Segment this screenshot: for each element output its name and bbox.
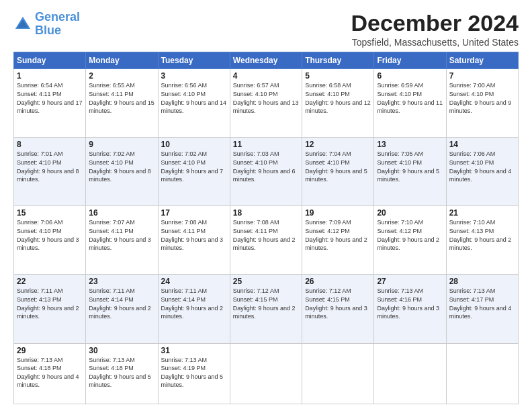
day-info: Sunrise: 6:55 AMSunset: 4:11 PMDaylight:… <box>89 82 154 114</box>
day-number: 24 <box>161 277 227 286</box>
calendar-cell: 17 Sunrise: 7:08 AMSunset: 4:11 PMDaylig… <box>158 206 230 275</box>
calendar-cell: 3 Sunrise: 6:56 AMSunset: 4:10 PMDayligh… <box>158 69 230 138</box>
calendar-cell <box>302 343 374 404</box>
day-number: 20 <box>377 208 443 218</box>
day-number: 16 <box>89 208 154 218</box>
day-number: 31 <box>161 346 227 355</box>
day-info: Sunrise: 7:11 AMSunset: 4:13 PMDaylight:… <box>17 287 79 320</box>
calendar-cell: 24 Sunrise: 7:11 AMSunset: 4:14 PMDaylig… <box>158 275 230 343</box>
day-number: 1 <box>17 71 83 81</box>
calendar-cell: 9 Sunrise: 7:02 AMSunset: 4:10 PMDayligh… <box>86 138 158 206</box>
logo-text: General Blue <box>35 11 80 38</box>
day-info: Sunrise: 7:11 AMSunset: 4:14 PMDaylight:… <box>161 287 224 320</box>
calendar-cell: 1 Sunrise: 6:54 AMSunset: 4:11 PMDayligh… <box>14 69 86 138</box>
day-info: Sunrise: 7:04 AMSunset: 4:10 PMDaylight:… <box>305 150 367 183</box>
calendar-cell: 13 Sunrise: 7:05 AMSunset: 4:10 PMDaylig… <box>374 138 446 206</box>
day-info: Sunrise: 7:12 AMSunset: 4:15 PMDaylight:… <box>305 287 367 320</box>
day-info: Sunrise: 7:11 AMSunset: 4:14 PMDaylight:… <box>89 287 151 320</box>
day-info: Sunrise: 7:13 AMSunset: 4:19 PMDaylight:… <box>161 357 224 389</box>
col-header-thursday: Thursday <box>302 52 374 69</box>
calendar-cell: 26 Sunrise: 7:12 AMSunset: 4:15 PMDaylig… <box>302 275 374 343</box>
calendar-cell: 30 Sunrise: 7:13 AMSunset: 4:18 PMDaylig… <box>86 343 158 404</box>
day-number: 21 <box>449 208 515 218</box>
day-number: 22 <box>17 277 83 286</box>
day-number: 17 <box>161 208 227 218</box>
logo: General Blue <box>13 11 80 38</box>
day-info: Sunrise: 7:02 AMSunset: 4:10 PMDaylight:… <box>89 150 151 183</box>
day-info: Sunrise: 7:02 AMSunset: 4:10 PMDaylight:… <box>161 150 224 183</box>
day-info: Sunrise: 7:06 AMSunset: 4:10 PMDaylight:… <box>17 219 79 251</box>
calendar-cell: 18 Sunrise: 7:08 AMSunset: 4:11 PMDaylig… <box>230 206 302 275</box>
day-number: 28 <box>449 277 515 286</box>
calendar-cell: 21 Sunrise: 7:10 AMSunset: 4:13 PMDaylig… <box>446 206 518 275</box>
day-number: 19 <box>305 208 371 218</box>
day-info: Sunrise: 7:03 AMSunset: 4:10 PMDaylight:… <box>233 150 296 183</box>
header: General Blue December 2024 Topsfield, Ma… <box>13 11 519 48</box>
location: Topsfield, Massachusetts, United States <box>351 37 519 48</box>
calendar-cell: 15 Sunrise: 7:06 AMSunset: 4:10 PMDaylig… <box>14 206 86 275</box>
day-number: 4 <box>233 71 299 81</box>
day-number: 11 <box>233 140 299 149</box>
day-number: 7 <box>449 71 515 81</box>
col-header-tuesday: Tuesday <box>158 52 230 69</box>
day-number: 10 <box>161 140 227 149</box>
calendar-cell <box>230 343 302 404</box>
col-header-wednesday: Wednesday <box>230 52 302 69</box>
day-number: 15 <box>17 208 83 218</box>
col-header-monday: Monday <box>86 52 158 69</box>
day-number: 13 <box>377 140 443 149</box>
col-header-friday: Friday <box>374 52 446 69</box>
day-number: 26 <box>305 277 371 286</box>
page: General Blue December 2024 Topsfield, Ma… <box>0 0 532 411</box>
calendar-cell: 22 Sunrise: 7:11 AMSunset: 4:13 PMDaylig… <box>14 275 86 343</box>
calendar-table: SundayMondayTuesdayWednesdayThursdayFrid… <box>13 52 519 404</box>
calendar-cell: 2 Sunrise: 6:55 AMSunset: 4:11 PMDayligh… <box>86 69 158 138</box>
calendar-cell: 19 Sunrise: 7:09 AMSunset: 4:12 PMDaylig… <box>302 206 374 275</box>
day-info: Sunrise: 7:13 AMSunset: 4:16 PMDaylight:… <box>377 287 439 320</box>
day-info: Sunrise: 7:05 AMSunset: 4:10 PMDaylight:… <box>377 150 439 183</box>
day-number: 3 <box>161 71 227 81</box>
calendar-cell: 28 Sunrise: 7:13 AMSunset: 4:17 PMDaylig… <box>446 275 518 343</box>
day-number: 8 <box>17 140 83 149</box>
col-header-saturday: Saturday <box>446 52 518 69</box>
calendar-cell <box>446 343 518 404</box>
calendar-cell: 25 Sunrise: 7:12 AMSunset: 4:15 PMDaylig… <box>230 275 302 343</box>
day-info: Sunrise: 7:01 AMSunset: 4:10 PMDaylight:… <box>17 150 79 183</box>
day-info: Sunrise: 7:09 AMSunset: 4:12 PMDaylight:… <box>305 219 367 251</box>
calendar-cell: 5 Sunrise: 6:58 AMSunset: 4:10 PMDayligh… <box>302 69 374 138</box>
day-info: Sunrise: 7:12 AMSunset: 4:15 PMDaylight:… <box>233 287 296 320</box>
day-info: Sunrise: 7:08 AMSunset: 4:11 PMDaylight:… <box>161 219 224 251</box>
day-number: 29 <box>17 346 83 355</box>
day-info: Sunrise: 7:13 AMSunset: 4:18 PMDaylight:… <box>89 357 151 389</box>
calendar-cell: 7 Sunrise: 7:00 AMSunset: 4:10 PMDayligh… <box>446 69 518 138</box>
day-info: Sunrise: 7:10 AMSunset: 4:13 PMDaylight:… <box>449 219 512 251</box>
calendar-cell: 23 Sunrise: 7:11 AMSunset: 4:14 PMDaylig… <box>86 275 158 343</box>
title-block: December 2024 Topsfield, Massachusetts, … <box>351 11 519 48</box>
day-info: Sunrise: 7:13 AMSunset: 4:17 PMDaylight:… <box>449 287 512 320</box>
day-number: 25 <box>233 277 299 286</box>
day-info: Sunrise: 7:00 AMSunset: 4:10 PMDaylight:… <box>449 82 512 114</box>
logo-icon <box>13 15 32 34</box>
calendar-cell: 12 Sunrise: 7:04 AMSunset: 4:10 PMDaylig… <box>302 138 374 206</box>
day-info: Sunrise: 7:06 AMSunset: 4:10 PMDaylight:… <box>449 150 512 183</box>
day-number: 23 <box>89 277 154 286</box>
day-info: Sunrise: 7:10 AMSunset: 4:12 PMDaylight:… <box>377 219 439 251</box>
calendar-cell: 4 Sunrise: 6:57 AMSunset: 4:10 PMDayligh… <box>230 69 302 138</box>
day-number: 27 <box>377 277 443 286</box>
calendar-cell: 6 Sunrise: 6:59 AMSunset: 4:10 PMDayligh… <box>374 69 446 138</box>
day-number: 18 <box>233 208 299 218</box>
day-info: Sunrise: 7:07 AMSunset: 4:11 PMDaylight:… <box>89 219 151 251</box>
month-title: December 2024 <box>351 11 519 36</box>
calendar-cell: 29 Sunrise: 7:13 AMSunset: 4:18 PMDaylig… <box>14 343 86 404</box>
calendar-cell: 16 Sunrise: 7:07 AMSunset: 4:11 PMDaylig… <box>86 206 158 275</box>
day-number: 6 <box>377 71 443 81</box>
logo-line1: General <box>35 10 80 24</box>
calendar-cell: 31 Sunrise: 7:13 AMSunset: 4:19 PMDaylig… <box>158 343 230 404</box>
logo-line2: Blue <box>35 24 61 37</box>
calendar-cell: 27 Sunrise: 7:13 AMSunset: 4:16 PMDaylig… <box>374 275 446 343</box>
day-number: 14 <box>449 140 515 149</box>
calendar-cell <box>374 343 446 404</box>
day-number: 30 <box>89 346 154 355</box>
calendar-cell: 8 Sunrise: 7:01 AMSunset: 4:10 PMDayligh… <box>14 138 86 206</box>
day-info: Sunrise: 6:59 AMSunset: 4:10 PMDaylight:… <box>377 82 443 114</box>
